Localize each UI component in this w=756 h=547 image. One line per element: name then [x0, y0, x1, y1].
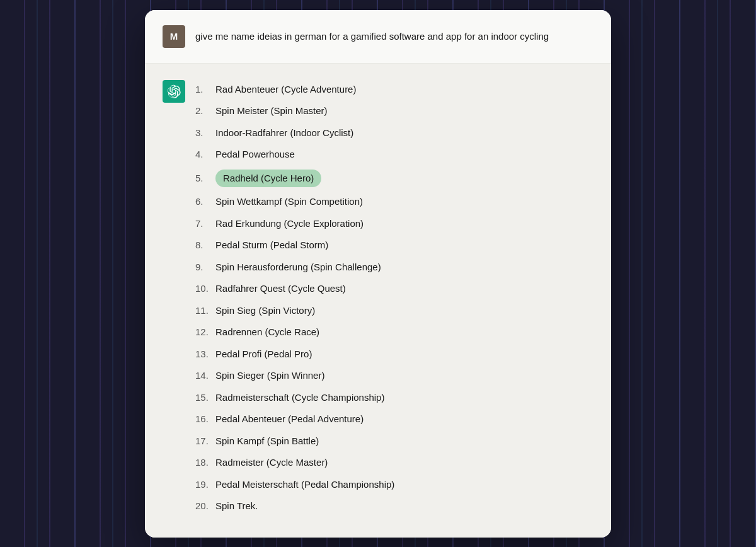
list-item-number: 11.	[195, 304, 215, 318]
list-item: 8.Pedal Sturm (Pedal Storm)	[195, 234, 593, 256]
list-item-text: Spin Sieg (Spin Victory)	[215, 304, 593, 318]
list-item-number: 19.	[195, 478, 215, 492]
ai-response-content: 1.Rad Abenteuer (Cycle Adventure)2.Spin …	[195, 79, 593, 517]
list-item-text: Spin Wettkampf (Spin Competition)	[215, 195, 593, 209]
list-item: 5.Radheld (Cycle Hero)	[195, 166, 593, 192]
list-item: 11.Spin Sieg (Spin Victory)	[195, 300, 593, 322]
list-item-text: Rad Erkundung (Cycle Exploration)	[215, 217, 593, 231]
list-item-text: Spin Kampf (Spin Battle)	[215, 434, 593, 449]
list-item-number: 9.	[195, 260, 215, 275]
list-item-text: Pedal Meisterschaft (Pedal Championship)	[215, 478, 593, 492]
user-avatar-letter: M	[170, 31, 178, 42]
chatgpt-icon	[167, 84, 181, 98]
list-item-text: Spin Meister (Spin Master)	[215, 104, 593, 118]
list-item-number: 20.	[195, 499, 215, 514]
list-item-number: 16.	[195, 412, 215, 427]
list-item-number: 13.	[195, 347, 215, 362]
list-item: 19.Pedal Meisterschaft (Pedal Championsh…	[195, 474, 593, 496]
list-item: 3.Indoor-Radfahrer (Indoor Cyclist)	[195, 122, 593, 144]
list-item: 4.Pedal Powerhouse	[195, 144, 593, 166]
list-item-number: 18.	[195, 456, 215, 470]
list-item-number: 8.	[195, 238, 215, 253]
list-item: 7.Rad Erkundung (Cycle Exploration)	[195, 213, 593, 235]
list-item-number: 6.	[195, 195, 215, 209]
list-item-text: Radmeister (Cycle Master)	[215, 456, 593, 470]
list-item: 14.Spin Sieger (Spin Winner)	[195, 365, 593, 387]
list-item: 18.Radmeister (Cycle Master)	[195, 452, 593, 474]
user-message: M give me name ideias in german for a ga…	[145, 10, 611, 63]
list-item-number: 14.	[195, 369, 215, 383]
list-item-text: Indoor-Radfahrer (Indoor Cyclist)	[215, 126, 593, 141]
list-item: 17.Spin Kampf (Spin Battle)	[195, 430, 593, 452]
list-item: 9.Spin Herausforderung (Spin Challenge)	[195, 256, 593, 279]
list-item-text: Spin Herausforderung (Spin Challenge)	[215, 260, 593, 275]
user-message-text: give me name ideias in german for a gami…	[195, 25, 549, 44]
list-item-text: Pedal Abenteuer (Pedal Adventure)	[215, 412, 593, 427]
list-item-text: Rad Abenteuer (Cycle Adventure)	[215, 83, 593, 97]
ai-avatar	[163, 80, 185, 103]
list-item-number: 15.	[195, 391, 215, 405]
name-list: 1.Rad Abenteuer (Cycle Adventure)2.Spin …	[195, 79, 593, 517]
list-item-text: Pedal Powerhouse	[215, 147, 593, 162]
user-avatar: M	[163, 25, 185, 48]
list-item-number: 2.	[195, 104, 215, 118]
list-item-number: 5.	[195, 171, 215, 186]
list-item: 2.Spin Meister (Spin Master)	[195, 100, 593, 122]
list-item-number: 12.	[195, 325, 215, 340]
list-item-text: Spin Sieger (Spin Winner)	[215, 369, 593, 383]
list-item-number: 7.	[195, 217, 215, 231]
list-item-text: Radmeisterschaft (Cycle Championship)	[215, 391, 593, 405]
list-item: 15.Radmeisterschaft (Cycle Championship)	[195, 387, 593, 409]
list-item-number: 1.	[195, 83, 215, 97]
highlighted-item: Radheld (Cycle Hero)	[215, 170, 321, 188]
list-item: 16.Pedal Abenteuer (Pedal Adventure)	[195, 408, 593, 430]
list-item-number: 17.	[195, 434, 215, 449]
list-item: 1.Rad Abenteuer (Cycle Adventure)	[195, 79, 593, 101]
list-item-number: 10.	[195, 282, 215, 296]
list-item-number: 4.	[195, 147, 215, 162]
list-item-number: 3.	[195, 126, 215, 141]
ai-message: 1.Rad Abenteuer (Cycle Adventure)2.Spin …	[145, 64, 611, 538]
list-item-text: Radrennen (Cycle Race)	[215, 325, 593, 340]
list-item-text: Pedal Profi (Pedal Pro)	[215, 347, 593, 362]
list-item: 6.Spin Wettkampf (Spin Competition)	[195, 191, 593, 213]
list-item-text: Radfahrer Quest (Cycle Quest)	[215, 282, 593, 296]
list-item: 13.Pedal Profi (Pedal Pro)	[195, 343, 593, 366]
list-item: 10.Radfahrer Quest (Cycle Quest)	[195, 278, 593, 300]
list-item-text: Spin Trek.	[215, 499, 593, 514]
list-item-text: Radheld (Cycle Hero)	[215, 170, 593, 188]
list-item: 20.Spin Trek.	[195, 495, 593, 517]
chat-container: M give me name ideias in german for a ga…	[145, 10, 611, 538]
list-item-text: Pedal Sturm (Pedal Storm)	[215, 238, 593, 253]
list-item: 12.Radrennen (Cycle Race)	[195, 321, 593, 343]
